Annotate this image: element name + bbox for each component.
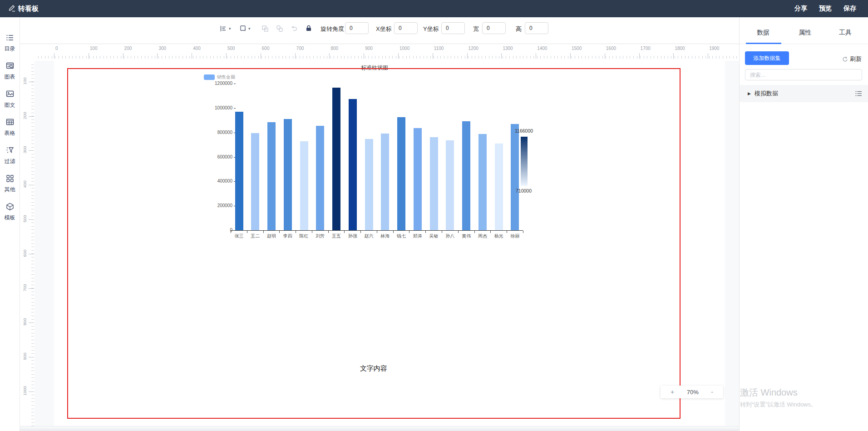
ruler-tick [31, 188, 34, 188]
ruler-major-tick [536, 53, 536, 59]
ruler-tick [31, 302, 34, 302]
ruler-tick [31, 243, 34, 244]
ruler-tick [31, 74, 34, 75]
ruler-tick [59, 56, 59, 59]
tree-item-mock-data[interactable]: ▶ 模拟数据 [740, 85, 868, 102]
ruler-tick [730, 56, 730, 59]
zoom-in-button[interactable]: + [671, 388, 674, 396]
ruler-tick [72, 56, 73, 59]
ruler-tick [440, 56, 441, 59]
save-button[interactable]: 保存 [843, 5, 856, 13]
ruler-tick [31, 178, 34, 178]
zoom-out-button[interactable]: - [711, 388, 713, 396]
tab-properties[interactable]: 属性 [799, 29, 811, 37]
ruler-tick [100, 56, 100, 59]
sidebar-item-1[interactable]: 目录 [5, 34, 15, 53]
ruler-tick [193, 56, 193, 59]
ruler-tick [633, 56, 634, 59]
bring-front-icon[interactable] [261, 25, 269, 34]
sidebar-item-7[interactable]: 模板 [5, 203, 15, 222]
caret-right-icon[interactable]: ▶ [748, 91, 751, 96]
ruler-tick [551, 56, 551, 59]
left-sidebar: 目录图表图文表格过滤其他模板 [0, 17, 20, 431]
ruler-tick [409, 56, 410, 59]
ruler-tick [31, 216, 34, 216]
ruler-tick [31, 347, 34, 347]
sidebar-item-4[interactable]: 表格 [5, 118, 15, 137]
add-dataset-button[interactable]: 添加数据集 [745, 51, 789, 65]
ruler-tick [472, 56, 472, 59]
refresh-label: 刷新 [850, 55, 862, 63]
height-label: 高 [516, 25, 522, 33]
ruler-major-tick [364, 53, 364, 59]
shape-dropdown[interactable]: ▾ [240, 25, 251, 32]
x-coord-input[interactable] [394, 22, 418, 34]
ruler-tick [289, 56, 290, 59]
preview-button[interactable]: 预览 [819, 5, 832, 13]
ruler-tick [31, 298, 34, 299]
ruler-tick [692, 56, 692, 59]
ruler-tick [279, 56, 279, 59]
chevron-down-icon: ▾ [229, 26, 231, 31]
ruler-tick [385, 56, 386, 59]
sidebar-item-2[interactable]: 图表 [5, 62, 15, 81]
ruler-label: 0 [55, 46, 58, 51]
rotation-input[interactable] [345, 22, 369, 34]
tree-item-label: 模拟数据 [755, 89, 778, 98]
search-input[interactable] [745, 69, 862, 80]
canvas-toolbar: ▾ ▾ 旋转角度 X坐标 Y坐标 宽 高 [20, 17, 739, 44]
tab-data[interactable]: 数据 [757, 29, 769, 37]
lock-icon[interactable] [305, 25, 312, 34]
ruler-tick [31, 78, 34, 79]
ruler-tick [134, 56, 135, 59]
ruler-tick [31, 68, 34, 68]
ruler-tick [403, 56, 403, 59]
sidebar-item-5[interactable]: 过滤 [5, 146, 15, 165]
ruler-tick [341, 56, 341, 59]
ruler-label: 800 [22, 316, 27, 328]
ruler-tick [165, 56, 166, 59]
undo-icon[interactable] [291, 25, 298, 34]
sidebar-item-3[interactable]: 图文 [5, 90, 15, 109]
ruler-tick [224, 56, 224, 59]
ruler-tick [671, 56, 671, 59]
refresh-button[interactable]: 刷新 [842, 55, 862, 63]
ruler-tick [413, 56, 414, 59]
sidebar-item-label: 表格 [5, 129, 15, 137]
ruler-tick [306, 56, 307, 59]
list-menu-icon[interactable] [855, 90, 862, 99]
tab-tools[interactable]: 工具 [839, 29, 852, 37]
ruler-tick [695, 56, 695, 59]
ruler-tick [52, 56, 52, 59]
ruler-label: 400 [193, 46, 201, 51]
ruler-tick [300, 56, 300, 59]
selection-rect[interactable] [67, 68, 681, 419]
ruler-tick [626, 56, 627, 59]
width-input[interactable] [482, 22, 506, 34]
ruler-label: 1600 [606, 46, 616, 51]
ruler-tick [282, 56, 283, 59]
y-coord-input[interactable] [441, 22, 465, 34]
refresh-icon [842, 56, 848, 62]
ruler-label: 300 [22, 144, 27, 156]
horizontal-scrollbar[interactable] [20, 426, 739, 431]
sidebar-item-6[interactable]: 其他 [5, 174, 15, 193]
rotation-label: 旋转角度 [321, 25, 344, 33]
ruler-tick [324, 56, 324, 59]
ruler-label: 100 [90, 46, 98, 51]
ruler-tick [31, 202, 34, 203]
ruler-major-tick [639, 53, 640, 59]
ruler-tick [310, 56, 310, 59]
ruler-label: 600 [262, 46, 270, 51]
ruler-tick [31, 371, 34, 371]
align-dropdown[interactable]: ▾ [220, 25, 231, 32]
group-icon[interactable] [276, 25, 283, 34]
ruler-major-tick [29, 288, 34, 289]
share-button[interactable]: 分享 [794, 5, 807, 13]
ruler-tick [148, 56, 148, 59]
chart-icon [6, 62, 14, 72]
height-input[interactable] [525, 22, 548, 34]
zoom-control: + 70% - [661, 386, 723, 398]
sidebar-item-label: 图文 [5, 101, 15, 109]
ruler-tick [31, 268, 34, 268]
